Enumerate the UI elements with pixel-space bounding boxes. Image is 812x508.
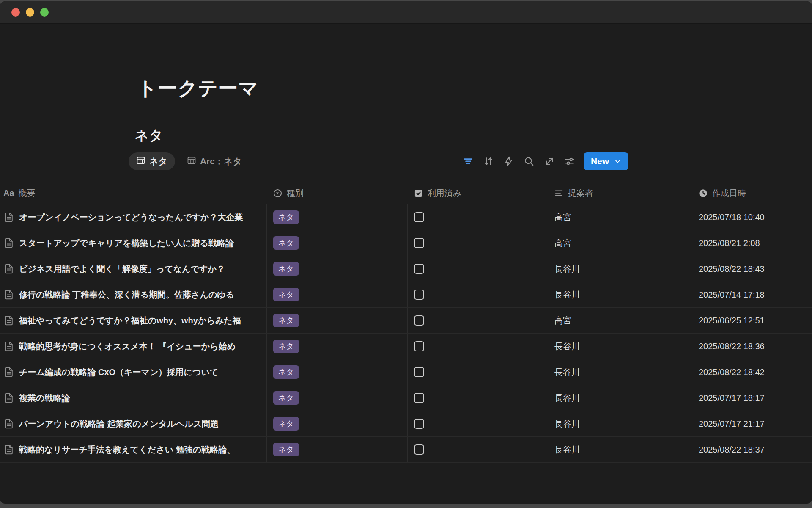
proposer-cell[interactable]: 高宮 bbox=[548, 308, 692, 333]
column-header-used[interactable]: 利用済み bbox=[407, 182, 548, 204]
used-checkbox-unchecked[interactable] bbox=[414, 238, 424, 248]
expand-icon[interactable] bbox=[543, 155, 556, 168]
maximize-button[interactable] bbox=[40, 8, 49, 17]
row-title[interactable]: 戦略的なリサーチ手法を教えてください 勉強の戦略論、 bbox=[19, 444, 235, 456]
created-cell[interactable]: 2025/08/22 18:36 bbox=[692, 334, 812, 359]
overview-cell[interactable]: 戦略的なリサーチ手法を教えてください 勉強の戦略論、 bbox=[0, 437, 266, 462]
overview-cell[interactable]: バーンアウトの戦略論 起業家のメンタルヘルス問題 bbox=[0, 411, 266, 436]
search-icon[interactable] bbox=[523, 155, 535, 168]
type-cell[interactable]: ネタ bbox=[266, 256, 407, 282]
used-checkbox-unchecked[interactable] bbox=[414, 419, 424, 429]
type-badge[interactable]: ネタ bbox=[273, 236, 299, 250]
table-row[interactable]: 修行の戦略論 丁稚奉公、深く潜る期間。佐藤さんのゆる ネタ 長谷川 2025/0… bbox=[0, 282, 812, 308]
table-row[interactable]: 戦略的なリサーチ手法を教えてください 勉強の戦略論、 ネタ 長谷川 2025/0… bbox=[0, 437, 812, 463]
row-title[interactable]: 修行の戦略論 丁稚奉公、深く潜る期間。佐藤さんのゆる bbox=[19, 289, 234, 301]
type-cell[interactable]: ネタ bbox=[266, 437, 407, 462]
type-badge[interactable]: ネタ bbox=[273, 314, 299, 327]
column-header-created[interactable]: 作成日時 bbox=[692, 182, 812, 204]
type-cell[interactable]: ネタ bbox=[266, 204, 407, 230]
created-cell[interactable]: 2025/08/22 18:37 bbox=[692, 437, 812, 462]
type-cell[interactable]: ネタ bbox=[266, 411, 407, 436]
created-cell[interactable]: 2025/08/22 18:42 bbox=[692, 359, 812, 385]
row-title[interactable]: 複業の戦略論 bbox=[19, 392, 70, 404]
table-row[interactable]: 福祉やってみてどうですか？福祉のwhy、whyからみた福 ネタ 高宮 2025/… bbox=[0, 308, 812, 334]
type-badge[interactable]: ネタ bbox=[273, 443, 299, 456]
type-badge[interactable]: ネタ bbox=[273, 210, 299, 224]
created-cell[interactable]: 2025/07/18 10:40 bbox=[692, 204, 812, 230]
column-header-overview[interactable]: Aa 概要 bbox=[0, 182, 266, 204]
proposer-cell[interactable]: 長谷川 bbox=[548, 385, 692, 411]
used-cell[interactable] bbox=[407, 308, 548, 333]
table-row[interactable]: ビジネス用語でよく聞く「解像度」ってなんですか？ ネタ 長谷川 2025/08/… bbox=[0, 256, 812, 282]
type-cell[interactable]: ネタ bbox=[266, 334, 407, 359]
table-row[interactable]: バーンアウトの戦略論 起業家のメンタルヘルス問題 ネタ 長谷川 2025/07/… bbox=[0, 411, 812, 437]
table-row[interactable]: 複業の戦略論 ネタ 長谷川 2025/07/17 18:17 bbox=[0, 385, 812, 411]
used-cell[interactable] bbox=[407, 204, 548, 230]
used-cell[interactable] bbox=[407, 334, 548, 359]
used-cell[interactable] bbox=[407, 282, 548, 307]
used-checkbox-unchecked[interactable] bbox=[414, 367, 424, 377]
created-cell[interactable]: 2025/08/22 18:43 bbox=[692, 256, 812, 282]
proposer-cell[interactable]: 長谷川 bbox=[548, 437, 692, 462]
table-row[interactable]: オープンイノベーションってどうなったんですか？大企業 ネタ 高宮 2025/07… bbox=[0, 204, 812, 230]
created-cell[interactable]: 2025/08/21 2:08 bbox=[692, 230, 812, 256]
table-row[interactable]: スタートアップでキャリアを構築したい人に贈る戦略論 ネタ 高宮 2025/08/… bbox=[0, 230, 812, 256]
used-checkbox-unchecked[interactable] bbox=[414, 393, 424, 403]
used-cell[interactable] bbox=[407, 437, 548, 462]
created-cell[interactable]: 2025/07/17 18:17 bbox=[692, 385, 812, 411]
row-title[interactable]: 戦略的思考が身につくオススメ本！ 『イシューから始め bbox=[19, 341, 236, 352]
automation-icon[interactable] bbox=[502, 155, 515, 168]
column-header-proposer[interactable]: 提案者 bbox=[548, 182, 692, 204]
type-cell[interactable]: ネタ bbox=[266, 282, 407, 307]
created-cell[interactable]: 2025/07/17 21:17 bbox=[692, 411, 812, 436]
type-cell[interactable]: ネタ bbox=[266, 230, 407, 256]
type-badge[interactable]: ネタ bbox=[273, 340, 299, 353]
used-checkbox-unchecked[interactable] bbox=[414, 290, 424, 300]
used-checkbox-unchecked[interactable] bbox=[414, 315, 424, 326]
used-checkbox-unchecked[interactable] bbox=[414, 341, 424, 351]
overview-cell[interactable]: チーム編成の戦略論 CxO（キーマン）採用について bbox=[0, 359, 266, 385]
filter-icon[interactable] bbox=[462, 155, 475, 168]
type-badge[interactable]: ネタ bbox=[273, 288, 299, 301]
overview-cell[interactable]: 戦略的思考が身につくオススメ本！ 『イシューから始め bbox=[0, 334, 266, 359]
overview-cell[interactable]: ビジネス用語でよく聞く「解像度」ってなんですか？ bbox=[0, 256, 266, 282]
type-cell[interactable]: ネタ bbox=[266, 308, 407, 333]
used-cell[interactable] bbox=[407, 359, 548, 385]
used-cell[interactable] bbox=[407, 411, 548, 436]
column-header-type[interactable]: 種別 bbox=[266, 182, 407, 204]
type-cell[interactable]: ネタ bbox=[266, 385, 407, 411]
overview-cell[interactable]: 複業の戦略論 bbox=[0, 385, 266, 411]
chevron-down-icon[interactable] bbox=[614, 158, 621, 165]
new-button[interactable]: New bbox=[584, 152, 628, 170]
table-row[interactable]: 戦略的思考が身につくオススメ本！ 『イシューから始め ネタ 長谷川 2025/0… bbox=[0, 334, 812, 359]
overview-cell[interactable]: スタートアップでキャリアを構築したい人に贈る戦略論 bbox=[0, 230, 266, 256]
row-title[interactable]: スタートアップでキャリアを構築したい人に贈る戦略論 bbox=[19, 237, 234, 249]
overview-cell[interactable]: 福祉やってみてどうですか？福祉のwhy、whyからみた福 bbox=[0, 308, 266, 333]
used-cell[interactable] bbox=[407, 256, 548, 282]
table-row[interactable]: チーム編成の戦略論 CxO（キーマン）採用について ネタ 長谷川 2025/08… bbox=[0, 359, 812, 385]
overview-cell[interactable]: オープンイノベーションってどうなったんですか？大企業 bbox=[0, 204, 266, 230]
type-badge[interactable]: ネタ bbox=[273, 417, 299, 431]
close-button[interactable] bbox=[11, 8, 20, 17]
type-cell[interactable]: ネタ bbox=[266, 359, 407, 385]
view-tab-arc-neta[interactable]: Arc：ネタ bbox=[179, 152, 250, 170]
proposer-cell[interactable]: 長谷川 bbox=[548, 334, 692, 359]
proposer-cell[interactable]: 長谷川 bbox=[548, 359, 692, 385]
type-badge[interactable]: ネタ bbox=[273, 391, 299, 405]
minimize-button[interactable] bbox=[26, 8, 34, 17]
used-checkbox-unchecked[interactable] bbox=[414, 444, 424, 455]
proposer-cell[interactable]: 長谷川 bbox=[548, 282, 692, 307]
used-cell[interactable] bbox=[407, 230, 548, 256]
used-checkbox-unchecked[interactable] bbox=[414, 264, 424, 274]
row-title[interactable]: チーム編成の戦略論 CxO（キーマン）採用について bbox=[19, 367, 218, 378]
overview-cell[interactable]: 修行の戦略論 丁稚奉公、深く潜る期間。佐藤さんのゆる bbox=[0, 282, 266, 307]
used-cell[interactable] bbox=[407, 385, 548, 411]
type-badge[interactable]: ネタ bbox=[273, 262, 299, 276]
proposer-cell[interactable]: 長谷川 bbox=[548, 256, 692, 282]
created-cell[interactable]: 2025/07/14 17:18 bbox=[692, 282, 812, 307]
proposer-cell[interactable]: 長谷川 bbox=[548, 411, 692, 436]
view-tab-neta[interactable]: ネタ bbox=[129, 152, 175, 170]
view-settings-icon[interactable] bbox=[563, 155, 576, 168]
type-badge[interactable]: ネタ bbox=[273, 365, 299, 379]
proposer-cell[interactable]: 高宮 bbox=[548, 230, 692, 256]
